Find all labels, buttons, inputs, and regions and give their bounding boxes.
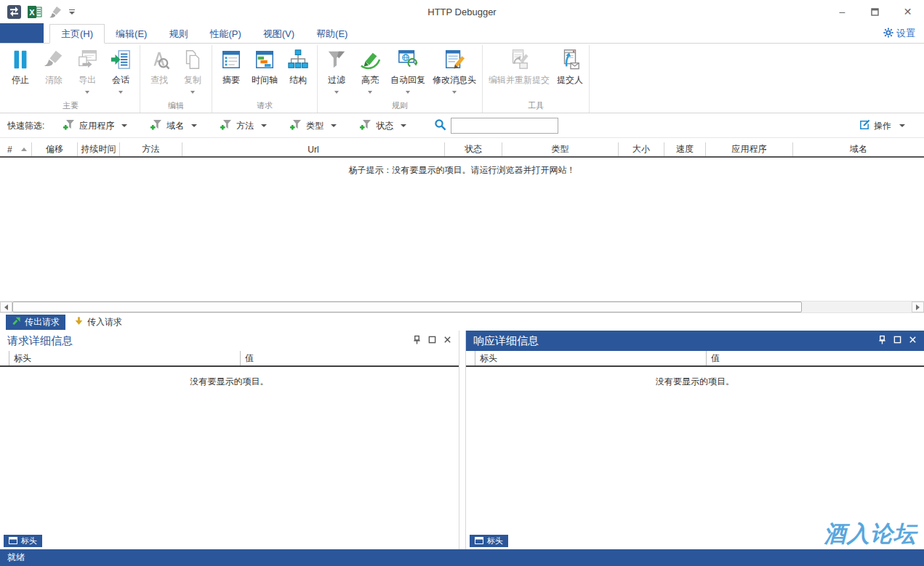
tab-incoming-requests[interactable]: 传入请求 [68, 315, 128, 330]
horizontal-scrollbar[interactable] [0, 301, 924, 313]
column-header-status[interactable]: 状态 [445, 142, 502, 156]
pin-icon[interactable] [878, 335, 886, 347]
edit-square-icon [859, 119, 870, 132]
ribbon-group-edit: 查找 复制 编辑 [140, 45, 212, 113]
filter-button[interactable]: 过滤 [320, 45, 353, 94]
qat-dropdown-icon[interactable] [69, 9, 75, 15]
autoreply-button[interactable]: 自动回复 [387, 45, 429, 94]
value-column-label[interactable]: 值 [240, 351, 459, 365]
clear-button[interactable]: 清除 [37, 45, 71, 94]
header-column-label[interactable]: 标头 [475, 351, 706, 365]
tab-help[interactable]: 帮助(E) [305, 24, 358, 44]
column-header-duration[interactable]: 持续时间 [78, 142, 120, 156]
response-panel-columns: 标头 值 [466, 351, 924, 367]
settings-button[interactable]: 设置 [883, 27, 924, 40]
response-panel-empty-message: 没有要显示的项目。 [466, 367, 924, 388]
tab-edit[interactable]: 编辑(E) [105, 24, 158, 44]
request-panel-empty-message: 没有要显示的项目。 [0, 367, 459, 388]
group-label-tools: 工具 [485, 100, 587, 113]
quick-access-toolbar: X [0, 5, 75, 19]
window-mini-icon [9, 537, 17, 546]
arrow-up-right-icon [12, 316, 21, 328]
highlight-button[interactable]: 高亮 [353, 45, 387, 94]
scroll-left-button[interactable] [0, 302, 12, 312]
stream-tab-bar: 传出请求 传入请求 [0, 313, 924, 331]
summary-button[interactable]: 摘要 [214, 45, 248, 94]
composer-button[interactable]: 提交人 [553, 45, 587, 94]
arrow-down-icon [74, 316, 84, 328]
scroll-right-button[interactable] [912, 302, 924, 312]
funnel-plus-icon [63, 119, 75, 132]
column-header-type[interactable]: 类型 [502, 142, 619, 156]
capture-toggle-icon[interactable] [7, 5, 21, 19]
modify-headers-button[interactable]: 修改消息头 [429, 45, 480, 94]
session-button[interactable]: 会话 [104, 45, 137, 94]
maximize-panel-icon[interactable] [428, 336, 436, 346]
response-panel-title: 响应详细信息 [473, 334, 539, 348]
column-header-index[interactable]: # [0, 142, 32, 156]
dropdown-caret-icon [334, 91, 339, 94]
export-button[interactable]: 导出 [71, 45, 104, 94]
status-bar: 就绪 [0, 549, 924, 566]
column-header-url[interactable]: Url [182, 142, 445, 156]
request-details-panel: 请求详细信息 标头 值 没有要显示的项目。 标头 [0, 331, 459, 549]
dropdown-caret-icon [85, 91, 89, 94]
dropdown-caret-icon [118, 91, 123, 94]
response-headers-tab[interactable]: 标头 [470, 535, 508, 547]
structure-button[interactable]: 结构 [281, 45, 315, 94]
filter-type-dropdown[interactable]: 类型 [290, 119, 337, 132]
filter-domain-dropdown[interactable]: 域名 [150, 119, 197, 132]
tab-outgoing-requests[interactable]: 传出请求 [6, 315, 65, 330]
file-button[interactable] [0, 23, 44, 43]
find-button[interactable]: 查找 [142, 45, 176, 94]
autoreply-globe-icon [397, 48, 419, 71]
value-column-label[interactable]: 值 [706, 351, 924, 365]
column-header-offset[interactable]: 偏移 [32, 142, 78, 156]
maximize-button[interactable] [859, 1, 891, 23]
pin-icon[interactable] [413, 335, 421, 347]
edit-resubmit-button[interactable]: 编辑并重新提交 [485, 45, 553, 94]
filter-application-dropdown[interactable]: 应用程序 [63, 119, 127, 132]
close-button[interactable]: ✕ [891, 1, 924, 23]
svg-text:X: X [29, 8, 35, 17]
copy-icon [182, 48, 204, 71]
maximize-panel-icon[interactable] [893, 336, 901, 346]
filter-status-dropdown[interactable]: 状态 [360, 119, 406, 132]
column-header-application[interactable]: 应用程序 [706, 142, 793, 156]
group-label-rules: 规则 [320, 100, 480, 113]
tab-view[interactable]: 视图(V) [252, 24, 305, 44]
clear-brush-icon[interactable] [49, 5, 63, 19]
tab-performance[interactable]: 性能(P) [198, 24, 252, 44]
request-headers-tab[interactable]: 标头 [4, 535, 42, 547]
export-excel-icon[interactable]: X [28, 5, 42, 19]
stop-button[interactable]: 停止 [4, 45, 37, 94]
close-panel-icon[interactable] [443, 336, 451, 346]
brush-icon [43, 48, 65, 71]
dropdown-caret-icon [190, 91, 195, 94]
dropdown-caret-icon [452, 91, 457, 94]
search-input[interactable] [451, 118, 558, 134]
export-icon [76, 48, 98, 71]
ribbon-group-rules: 过滤 高亮 自动回复 修改消息头 规则 [318, 45, 483, 113]
column-header-domain[interactable]: 域名 [793, 142, 924, 156]
tab-home[interactable]: 主页(H) [49, 24, 105, 44]
minimize-button[interactable]: – [826, 1, 859, 23]
actions-dropdown[interactable]: 操作 [859, 119, 917, 132]
title-bar: X HTTP Debugger – ✕ [0, 0, 924, 23]
composer-icon [559, 48, 581, 71]
column-header-method[interactable]: 方法 [120, 142, 182, 156]
close-panel-icon[interactable] [909, 336, 917, 346]
tab-rules[interactable]: 规则 [158, 24, 198, 44]
copy-button[interactable]: 复制 [176, 45, 209, 94]
scrollbar-thumb[interactable] [12, 302, 802, 312]
response-details-panel: 响应详细信息 标头 值 没有要显示的项目。 标头 [465, 331, 924, 549]
header-column-label[interactable]: 标头 [9, 351, 240, 365]
gear-icon [883, 28, 893, 40]
filter-method-dropdown[interactable]: 方法 [220, 119, 267, 132]
request-grid-body: 杨子提示：没有要显示的项目。请运行浏览器并打开网站！ [0, 159, 924, 299]
column-header-speed[interactable]: 速度 [664, 142, 706, 156]
request-grid-header: # 偏移 持续时间 方法 Url 状态 类型 大小 速度 应用程序 域名 [0, 142, 924, 158]
ribbon: 停止 清除 导出 会话 主要 查找 复制 [0, 44, 924, 113]
timeline-button[interactable]: 时间轴 [248, 45, 281, 94]
column-header-size[interactable]: 大小 [619, 142, 664, 156]
